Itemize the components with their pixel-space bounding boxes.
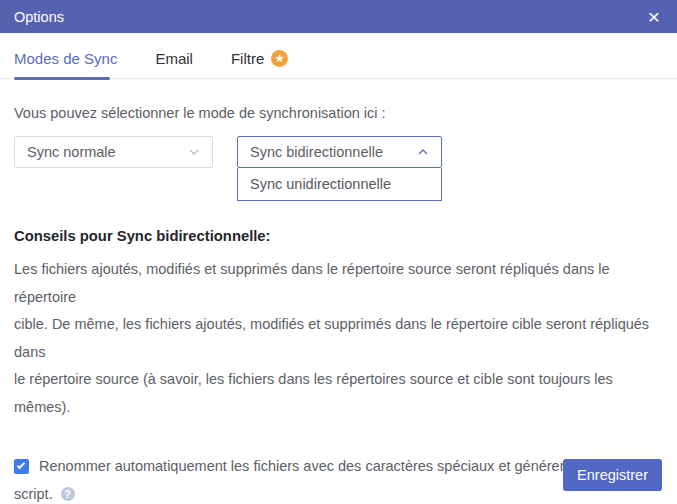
tips-line: cible. De même, les fichiers ajoutés, mo…	[14, 311, 663, 366]
close-icon[interactable]: ×	[648, 6, 660, 27]
tab-label: Email	[155, 50, 193, 67]
selects-row: Sync normale Sync bidirectionnelle Sync …	[14, 136, 663, 201]
star-icon: ★	[271, 50, 288, 67]
sync-mode-select[interactable]: Sync normale	[14, 136, 213, 168]
rename-files-checkbox[interactable]	[14, 459, 29, 474]
dialog-title: Options	[14, 9, 64, 25]
help-icon[interactable]: ?	[61, 487, 75, 501]
tab-filtre[interactable]: Filtre ★	[231, 50, 288, 67]
tab-bar: Modes de Sync Email Filtre ★	[0, 33, 677, 79]
sync-direction-dropdown-list: Sync unidirectionnelle	[237, 168, 442, 201]
sync-mode-select-value: Sync normale	[27, 144, 116, 160]
dropdown-option-sync-unidirectionnelle[interactable]: Sync unidirectionnelle	[238, 168, 441, 200]
chevron-down-icon	[188, 146, 200, 158]
dialog-header: Options ×	[0, 0, 677, 33]
tab-modes-de-sync[interactable]: Modes de Sync	[14, 50, 117, 67]
rename-files-label-line2: script.	[14, 481, 53, 504]
tips-heading: Conseils pour Sync bidirectionnelle:	[14, 228, 663, 244]
save-button[interactable]: Enregistrer	[563, 459, 662, 491]
active-tab-indicator	[14, 77, 110, 80]
tab-email[interactable]: Email	[155, 50, 193, 67]
tips-line: Les fichiers ajoutés, modifiés et suppri…	[14, 256, 663, 311]
tips-line: le répertoire source (à savoir, les fich…	[14, 366, 663, 421]
chevron-up-icon	[417, 146, 429, 158]
rename-files-label-line1: Renommer automatiquement les fichiers av…	[39, 453, 648, 481]
sync-mode-instruction: Vous pouvez sélectionner le mode de sync…	[14, 105, 663, 121]
sync-direction-select[interactable]: Sync bidirectionnelle	[237, 136, 442, 168]
options-dialog: Options × Modes de Sync Email Filtre ★ V…	[0, 0, 677, 504]
checkmark-icon	[17, 461, 25, 469]
sync-direction-select-group: Sync bidirectionnelle Sync unidirectionn…	[237, 136, 442, 201]
tab-label: Filtre	[231, 50, 264, 67]
tips-paragraph: Les fichiers ajoutés, modifiés et suppri…	[14, 256, 663, 421]
tab-label: Modes de Sync	[14, 50, 117, 67]
sync-direction-select-value: Sync bidirectionnelle	[250, 144, 383, 160]
